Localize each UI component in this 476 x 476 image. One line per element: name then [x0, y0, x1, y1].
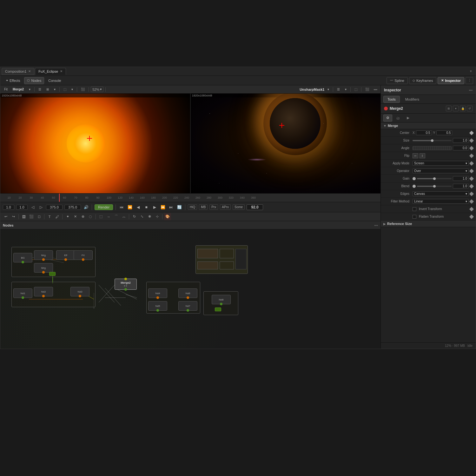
- node-merge-main[interactable]: Merge2 ▸ ▸: [115, 279, 137, 290]
- inspector-sub-tab-layers[interactable]: 🗂: [393, 115, 403, 122]
- flatten-transform-checkbox[interactable]: [413, 215, 416, 219]
- nodes-canvas[interactable]: BG Mrg Mrg: [0, 229, 380, 349]
- blend-keyframe-diamond[interactable]: [469, 184, 474, 188]
- playback-val1[interactable]: 1.0: [3, 205, 14, 210]
- inspector-tab-tools[interactable]: Tools: [383, 96, 400, 103]
- viewer-left-btn1[interactable]: ☰: [36, 87, 43, 92]
- node-bm4[interactable]: Nd7: [178, 301, 197, 311]
- playback-end-frame[interactable]: 375.0: [64, 205, 81, 210]
- inspector-sub-tab-settings[interactable]: ⚙: [383, 115, 392, 122]
- edges-keyframe-diamond[interactable]: [469, 191, 474, 196]
- node-bm2[interactable]: Nd5: [148, 301, 167, 311]
- tool-bezier[interactable]: ⌓: [120, 213, 127, 220]
- gain-keyframe-diamond[interactable]: [469, 176, 474, 181]
- filter-method-keyframe-diamond[interactable]: [469, 199, 474, 203]
- flip-v-btn[interactable]: ⇕: [420, 153, 425, 158]
- operator-keyframe-diamond[interactable]: [469, 169, 474, 173]
- inspector-tab-modifiers[interactable]: Modifiers: [401, 96, 424, 103]
- gain-slider-thumb[interactable]: [433, 177, 436, 180]
- viewer-roi-btn[interactable]: ⬚: [62, 87, 68, 92]
- tool-3d[interactable]: ◻: [36, 213, 43, 220]
- node-merge2[interactable]: Mrg: [34, 263, 53, 273]
- viewer-right-dropdown[interactable]: ▾: [326, 87, 331, 92]
- filter-method-select[interactable]: Linear ▾: [413, 199, 469, 204]
- tool-image[interactable]: 🖼: [20, 213, 27, 220]
- playback-current-frame[interactable]: 375.0: [46, 205, 63, 210]
- viewer-chan-btn[interactable]: ⬛: [79, 87, 87, 92]
- viewer-dod-btn[interactable]: ▾: [69, 87, 75, 92]
- playback-val2[interactable]: 1.0: [16, 205, 28, 210]
- pb-aprx[interactable]: APrx: [220, 204, 231, 210]
- nodes-more-btn[interactable]: •••: [374, 223, 378, 227]
- node-bg1[interactable]: BG: [13, 253, 32, 262]
- render-button[interactable]: Render: [95, 204, 113, 210]
- blend-slider-thumb[interactable]: [433, 185, 436, 188]
- viewer-right-btn2[interactable]: ▾: [343, 87, 348, 92]
- viewer-right-more-btn[interactable]: •••: [372, 88, 379, 91]
- pb-some[interactable]: Some: [233, 204, 245, 210]
- node-br1[interactable]: Nd8: [212, 295, 231, 304]
- viewer-zoom-control[interactable]: 52% ▾: [91, 87, 103, 92]
- pb-next-frame-btn[interactable]: ⏩: [160, 204, 166, 210]
- pb-audio-btn[interactable]: 🔊: [83, 204, 89, 210]
- tool-particles[interactable]: ✦: [64, 213, 71, 220]
- node-effect2[interactable]: FX: [74, 250, 93, 260]
- node-bm1[interactable]: Nd4: [148, 288, 167, 298]
- pb-skip-start-btn[interactable]: ⏮: [118, 204, 125, 210]
- inspector-button[interactable]: ✕ Inspector: [438, 77, 464, 84]
- pb-mb[interactable]: MB: [199, 204, 208, 210]
- viewer-left-btn2[interactable]: ⊞: [44, 87, 51, 92]
- tool-warp[interactable]: ◌: [87, 213, 94, 220]
- tab-composition1[interactable]: Composition1 ✕: [2, 68, 34, 75]
- effects-button[interactable]: ✦ Effects: [3, 77, 23, 84]
- blend-dot[interactable]: [413, 185, 416, 188]
- tool-undo[interactable]: ↩: [2, 213, 9, 220]
- tool-text[interactable]: T: [46, 213, 53, 220]
- inspector-more-btn[interactable]: •••: [469, 88, 473, 92]
- size-slider[interactable]: [413, 140, 452, 141]
- tool-arrow[interactable]: →: [105, 213, 112, 220]
- tool-redo[interactable]: ↪: [10, 213, 17, 220]
- node-view-icon2[interactable]: ▾: [453, 106, 459, 111]
- console-button[interactable]: Console: [45, 77, 64, 84]
- spline-button[interactable]: 〰 Spline: [387, 77, 408, 84]
- viewer-right-btn1[interactable]: ☰: [335, 87, 342, 92]
- toolbar-extra-btn[interactable]: ⋮: [466, 77, 473, 84]
- node-bot3[interactable]: Nd3: [70, 287, 89, 296]
- center-y-input[interactable]: [436, 130, 452, 135]
- pb-prx[interactable]: Prx: [209, 204, 218, 210]
- flatten-transform-diamond[interactable]: [469, 214, 474, 219]
- tool-rotate[interactable]: ↻: [131, 213, 138, 220]
- tool-lasso[interactable]: ⌒: [113, 213, 120, 220]
- viewer-fit-btn[interactable]: Fit: [2, 87, 10, 92]
- tab-fux-eclipse-close[interactable]: ✕: [60, 69, 63, 73]
- angle-input[interactable]: [453, 146, 469, 150]
- gain-dot[interactable]: [413, 177, 416, 180]
- pb-play-btn[interactable]: ▶: [151, 204, 158, 210]
- gain-slider[interactable]: [417, 178, 452, 179]
- tool-eyedrop[interactable]: ⊕: [79, 213, 86, 220]
- size-keyframe-diamond[interactable]: [469, 138, 474, 142]
- tab-fux-eclipse[interactable]: FuX_Eclipse ✕: [35, 68, 66, 75]
- node-reset-icon[interactable]: ↺: [467, 106, 473, 111]
- tool-mask[interactable]: ⬛: [28, 213, 35, 220]
- pb-next-btn[interactable]: ▷: [38, 204, 44, 210]
- viewer-right-roi-btn[interactable]: ⬚: [353, 87, 359, 92]
- size-slider-thumb[interactable]: [431, 139, 433, 142]
- pb-prev-frame-btn[interactable]: ⏪: [127, 204, 133, 210]
- node-bm3[interactable]: Nd6: [178, 288, 197, 298]
- node-view-icon1[interactable]: ⊞: [446, 106, 452, 111]
- angle-keyframe-diamond[interactable]: [469, 146, 474, 150]
- tool-select[interactable]: ⬚: [97, 213, 104, 220]
- center-keyframe-diamond[interactable]: [469, 130, 474, 135]
- pb-frame-number[interactable]: 92.0: [247, 204, 263, 210]
- viewer-pane-left[interactable]: 1920x1080xint8: [0, 94, 190, 193]
- node-lock-icon[interactable]: 🔒: [460, 106, 466, 111]
- node-bot2[interactable]: Nd2: [34, 287, 53, 296]
- viewer-left-dropdown[interactable]: ▾: [27, 87, 32, 92]
- tool-tracker[interactable]: ✕: [72, 213, 79, 220]
- tool-misc[interactable]: ❋: [146, 213, 153, 220]
- blend-input[interactable]: [453, 184, 469, 188]
- invert-transform-checkbox[interactable]: [413, 207, 416, 211]
- angle-slider[interactable]: [413, 146, 452, 150]
